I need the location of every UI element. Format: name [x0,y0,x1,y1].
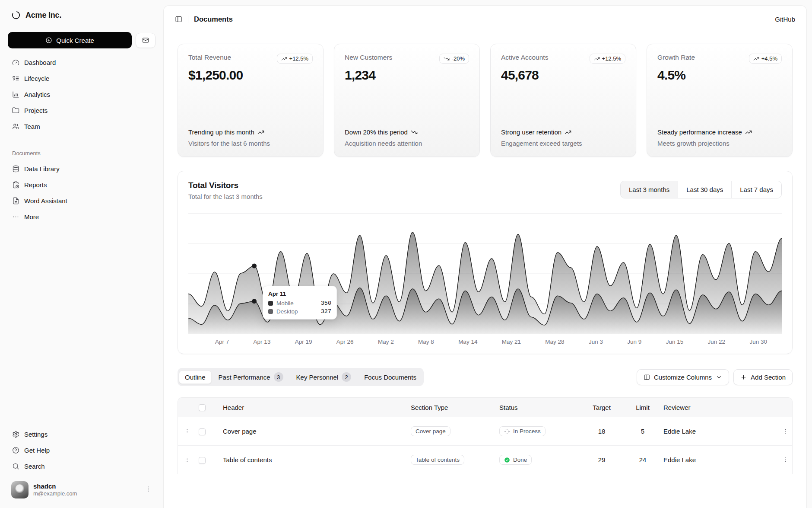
x-tick: Apr 13 [254,339,271,345]
sidebar-item-data-library[interactable]: Data Library [8,161,155,177]
documents-section-label: Documents [8,150,155,157]
row-header-cell[interactable]: Table of contents [219,446,407,474]
add-section-label: Add Section [751,374,786,381]
quick-create-row: Quick Create [8,32,155,48]
select-all-checkbox[interactable] [199,404,206,411]
sidebar-item-lifecycle[interactable]: Lifecycle [8,70,155,86]
customize-columns-button[interactable]: Customize Columns [637,369,729,385]
panel-left-icon [175,16,182,23]
table-row: Table of contents Table of contents Done… [178,446,793,474]
sidebar-item-word-assistant[interactable]: Word Assistant [8,193,155,209]
x-tick: Jun 3 [589,339,603,345]
brand[interactable]: Acme Inc. [8,9,155,22]
stat-value: 45,678 [501,68,625,83]
tab-key-personnel[interactable]: Key Personnel 2 [290,369,358,385]
stat-footer-title: Steady performance increase [657,128,742,137]
sidebar-item-reports[interactable]: Reports [8,177,155,193]
acme-logo-icon [11,10,21,20]
check-circle-icon [504,457,510,463]
stat-footer-title: Strong user retention [501,128,561,137]
stat-card-growth-rate: Growth Rate +4.5% 4.5% Steady performanc… [647,44,793,157]
database-icon [12,165,19,173]
x-tick: Apr 26 [336,339,354,345]
row-header-cell[interactable]: Cover page [219,417,407,446]
desktop-swatch [268,309,273,314]
target-cell[interactable]: 18 [578,417,625,446]
customize-columns-label: Customize Columns [654,374,712,381]
sidebar-toggle-button[interactable] [175,16,182,23]
reviewer-cell[interactable]: Eddie Lake [660,417,772,446]
row-menu-button[interactable] [776,428,793,435]
sidebar-item-dashboard[interactable]: Dashboard [8,54,155,70]
x-tick: May 8 [418,339,434,345]
tooltip-row-mobile: Mobile 350 [268,300,331,307]
stat-footer-title: Down 20% this period [345,128,408,137]
inbox-button[interactable] [136,33,155,48]
col-limit: Limit [625,398,660,417]
header-separator [188,16,188,23]
sidebar-item-search[interactable]: Search [8,458,155,474]
nav-footer: Settings Get Help Search [8,426,155,474]
nav-main: Dashboard Lifecycle Analytics Projects T… [8,54,155,134]
reviewer-cell[interactable]: Eddie Lake [660,446,772,474]
add-section-button[interactable]: Add Section [733,369,793,385]
stat-footer-sub: Engagement exceed targets [501,140,625,147]
sidebar: Acme Inc. Quick Create Dashboard Lifecyc… [0,0,163,508]
users-icon [12,123,19,130]
tab-focus-documents[interactable]: Focus Documents [358,371,422,384]
area-chart[interactable]: Apr 11 Mobile 350 Desktop 327 [188,213,782,334]
badge-value: +12.5% [602,55,621,62]
drag-column-header [178,398,195,417]
col-reviewer: Reviewer [660,398,772,417]
user-menu[interactable]: shadcn m@example.com [8,478,155,502]
list-icon [12,75,19,82]
user-meta: shadcn m@example.com [33,482,77,498]
x-tick: Apr 19 [295,339,312,345]
drag-handle-icon[interactable] [181,428,192,435]
col-header: Header [219,398,407,417]
range-last-30-days[interactable]: Last 30 days [678,181,731,198]
trending-down-icon [411,129,418,136]
quick-create-button[interactable]: Quick Create [8,32,132,48]
github-link[interactable]: GitHub [775,16,795,23]
table-row: Cover page Cover page In Process 18 5 Ed… [178,417,793,446]
sidebar-item-projects[interactable]: Projects [8,102,155,118]
limit-cell[interactable]: 24 [625,446,660,474]
target-cell[interactable]: 29 [578,446,625,474]
row-menu-button[interactable] [776,457,793,463]
active-point-mobile [252,264,257,268]
drag-handle-icon[interactable] [181,457,192,463]
col-target: Target [578,398,625,417]
user-email: m@example.com [33,490,77,497]
limit-cell[interactable]: 5 [625,417,660,446]
badge-value: +4.5% [761,55,777,62]
col-status: Status [496,398,578,417]
sidebar-item-label: More [24,213,39,220]
row-checkbox[interactable] [199,457,206,464]
sidebar-item-get-help[interactable]: Get Help [8,442,155,458]
x-tick: May 14 [458,339,477,345]
range-last-3-months[interactable]: Last 3 months [621,181,678,198]
stat-value: 4.5% [657,68,782,83]
x-tick: Jun 9 [627,339,641,345]
sidebar-item-analytics[interactable]: Analytics [8,86,155,102]
x-axis-ticks: Apr 7 Apr 13 Apr 19 Apr 26 May 2 May 8 M… [188,334,782,345]
tab-past-performance[interactable]: Past Performance 3 [213,369,289,385]
x-tick: Jun 15 [666,339,684,345]
content: Total Revenue +12.5% $1,250.00 Trending … [164,33,806,508]
tooltip-row-desktop: Desktop 327 [268,308,331,315]
x-tick: Apr 7 [215,339,229,345]
sidebar-item-team[interactable]: Team [8,118,155,134]
trending-up-icon [753,56,759,62]
trending-up-icon [594,56,600,62]
x-tick: Jun 30 [749,339,767,345]
sidebar-item-settings[interactable]: Settings [8,426,155,442]
stat-footer-title: Trending up this month [188,128,254,137]
row-checkbox[interactable] [199,428,206,435]
tab-outline[interactable]: Outline [179,371,212,384]
chart-tooltip: Apr 11 Mobile 350 Desktop 327 [263,286,337,319]
sidebar-item-label: Data Library [24,165,60,173]
range-last-7-days[interactable]: Last 7 days [731,181,781,198]
sidebar-item-more[interactable]: More [8,209,155,225]
ellipsis-vertical-icon[interactable] [145,486,152,494]
